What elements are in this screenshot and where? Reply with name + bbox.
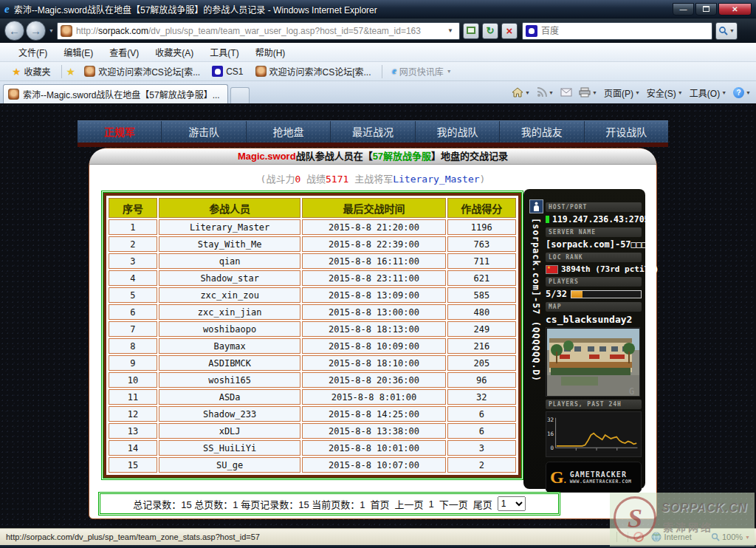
player-name[interactable]: Shadow_233 bbox=[159, 406, 300, 422]
page-menu-button[interactable]: 页面(P)▼ bbox=[602, 85, 642, 100]
menu-view[interactable]: 查看(V) bbox=[101, 43, 147, 61]
page-select[interactable]: 1 bbox=[498, 496, 526, 511]
maximize-button[interactable] bbox=[695, 3, 717, 16]
gametracker-banner[interactable]: [sorpack.com]-57 (QQQQQQ.D) HOST/PORT 11… bbox=[523, 189, 645, 489]
stop-icon: × bbox=[506, 24, 513, 37]
chevron-down-icon: ▼ bbox=[447, 69, 452, 74]
row-index: 8 bbox=[109, 338, 157, 354]
stop-button[interactable]: × bbox=[501, 23, 518, 39]
last-battle-time: 2015-8-8 23:11:00 bbox=[302, 270, 445, 286]
active-tab[interactable]: 索沛--Magic.sword战队在地盘【57解放战争服】... bbox=[3, 84, 228, 103]
table-header-row: 序号 参战人员 最后交战时间 作战得分 bbox=[109, 198, 516, 218]
server-name-value: [sorpack.com]-57□□□□ bbox=[546, 239, 642, 250]
ie-logo-icon: e bbox=[4, 3, 10, 16]
close-button[interactable]: ✕ bbox=[718, 3, 752, 16]
back-button[interactable]: ← bbox=[4, 21, 24, 41]
address-url[interactable]: http://sorpack.com/dv_plus/sp_team/team_… bbox=[76, 26, 444, 36]
menu-favorites[interactable]: 收藏夹(A) bbox=[147, 43, 202, 61]
player-name[interactable]: woshi165 bbox=[159, 372, 300, 388]
tools-menu-button[interactable]: 工具(O)▼ bbox=[687, 85, 729, 100]
player-name[interactable]: Stay_With_Me bbox=[159, 236, 300, 252]
site-nav-my-team[interactable]: 我的战队 bbox=[416, 121, 500, 143]
player-name[interactable]: zxc_xin_jian bbox=[159, 304, 300, 320]
address-bar[interactable]: http://sorpack.com/dv_plus/sp_team/team_… bbox=[57, 22, 460, 40]
menu-tools[interactable]: 工具(T) bbox=[202, 43, 247, 61]
table-row: 3qian2015-8-8 16:11:00711 bbox=[109, 253, 516, 269]
player-name[interactable]: ASDa bbox=[159, 389, 300, 405]
last-battle-time: 2015-8-8 8:01:00 bbox=[302, 389, 445, 405]
web-slices-button[interactable]: e 网页快讯库 ▼ bbox=[387, 63, 458, 80]
minimize-button[interactable]: — bbox=[673, 3, 694, 16]
site-favicon-icon bbox=[61, 25, 72, 37]
last-battle-time: 2015-8-8 21:20:00 bbox=[302, 219, 445, 235]
rss-icon bbox=[537, 87, 547, 97]
add-favorite-icon[interactable]: ★ bbox=[66, 66, 76, 78]
player-name[interactable]: zxc_xin_zou bbox=[159, 287, 300, 303]
favorites-bar: ★ 收藏夹 ★ 欢迎访问索沛CS论坛[索... CS1 欢迎访问索沛CS论坛[索… bbox=[0, 62, 756, 81]
sorpack-watermark: S SORPACK.CN 索沛网络 bbox=[610, 493, 755, 547]
pagination-page-1[interactable]: 1 bbox=[428, 499, 433, 510]
player-name[interactable]: SU_ge bbox=[159, 457, 300, 473]
players-progress-bar bbox=[571, 290, 642, 298]
table-row: 1Literary_Master2015-8-8 21:20:001196 bbox=[109, 219, 516, 235]
refresh-button[interactable]: ↻ bbox=[482, 23, 498, 39]
pagination-next[interactable]: 下一页 bbox=[439, 497, 468, 511]
player-name[interactable]: Shadow_star bbox=[159, 270, 300, 286]
battle-score: 6 bbox=[447, 423, 516, 439]
player-name[interactable]: SS_HuiLiYi bbox=[159, 440, 300, 456]
favorite-item-2[interactable]: CS1 bbox=[206, 64, 249, 79]
new-tab-button[interactable] bbox=[230, 87, 250, 103]
help-button[interactable]: ?▼ bbox=[731, 86, 753, 100]
history-dropdown-icon[interactable]: ▼ bbox=[49, 28, 54, 33]
gametracker-vertical-text: [sorpack.com]-57 (QQQQQQ.D) bbox=[531, 218, 541, 382]
address-dropdown-icon[interactable]: ▼ bbox=[444, 27, 456, 34]
window-titlebar: e 索沛--Magic.sword战队在地盘【57解放战争服】的参战人员记录 -… bbox=[0, 0, 756, 18]
player-name[interactable]: xDLJ bbox=[159, 423, 300, 439]
forward-button[interactable]: → bbox=[26, 21, 46, 41]
print-button[interactable]: ▼ bbox=[577, 86, 599, 99]
site-nav-grab-territory[interactable]: 抢地盘 bbox=[247, 121, 331, 143]
safety-menu-button[interactable]: 安全(S)▼ bbox=[645, 85, 685, 100]
read-mail-button[interactable] bbox=[558, 86, 574, 98]
restore-icon bbox=[703, 6, 709, 12]
last-battle-time: 2015-8-8 13:38:00 bbox=[302, 423, 445, 439]
site-nav-create-team[interactable]: 开设战队 bbox=[585, 121, 668, 143]
last-battle-time: 2015-8-8 18:13:00 bbox=[302, 321, 445, 337]
player-name[interactable]: woshibaopo bbox=[159, 321, 300, 337]
feeds-button[interactable]: ▼ bbox=[535, 86, 556, 99]
search-input[interactable] bbox=[541, 26, 709, 36]
player-name[interactable]: ASDIBMCK bbox=[159, 355, 300, 371]
menu-help[interactable]: 帮助(H) bbox=[247, 43, 294, 61]
favorite-item-3[interactable]: 欢迎访问索沛CS论坛[索... bbox=[250, 63, 377, 80]
status-url: http://sorpack.com/dv_plus/sp_team/team_… bbox=[6, 532, 611, 541]
battle-score: 1196 bbox=[447, 219, 516, 235]
home-button[interactable]: ▼ bbox=[509, 86, 532, 99]
table-row: 14SS_HuiLiYi2015-8-8 10:01:003 bbox=[109, 440, 516, 456]
compatibility-view-button[interactable] bbox=[463, 23, 479, 39]
site-nav-my-comrades[interactable]: 我的战友 bbox=[500, 121, 584, 143]
pagination-prev[interactable]: 上一页 bbox=[394, 497, 423, 511]
row-index: 4 bbox=[109, 270, 157, 286]
menu-file[interactable]: 文件(F) bbox=[10, 43, 55, 61]
menu-edit[interactable]: 编辑(E) bbox=[55, 43, 101, 61]
site-nav-regular-army[interactable]: 正规军 bbox=[78, 121, 162, 143]
player-name[interactable]: Literary_Master bbox=[159, 219, 300, 235]
chart-ytick-16: 16 bbox=[547, 431, 554, 437]
search-button[interactable]: ▼ bbox=[715, 22, 738, 40]
svg-text:G: G bbox=[629, 386, 634, 397]
forum-favicon-icon bbox=[84, 66, 95, 77]
player-name[interactable]: Baymax bbox=[159, 338, 300, 354]
favorite-item-1[interactable]: 欢迎访问索沛CS论坛[索... bbox=[78, 63, 206, 80]
pagination-last[interactable]: 尾页 bbox=[473, 497, 492, 511]
chevron-down-icon: ▼ bbox=[635, 90, 640, 95]
war-table-body: 1Literary_Master2015-8-8 21:20:0011962St… bbox=[109, 219, 516, 473]
pagination-first[interactable]: 首页 bbox=[370, 497, 389, 511]
site-nav-recent-battles[interactable]: 最近战况 bbox=[331, 121, 415, 143]
site-nav-guerrilla[interactable]: 游击队 bbox=[162, 121, 246, 143]
search-box[interactable] bbox=[522, 22, 712, 40]
search-dropdown-icon[interactable]: ▼ bbox=[729, 28, 735, 33]
table-row: 8Baymax2015-8-8 10:09:00216 bbox=[109, 338, 516, 354]
favorites-button[interactable]: ★ 收藏夹 bbox=[6, 63, 57, 80]
command-bar: ▼ ▼ ▼ 页面(P)▼ 安全(S)▼ 工具(O)▼ ?▼ bbox=[509, 81, 753, 103]
player-name[interactable]: qian bbox=[159, 253, 300, 269]
